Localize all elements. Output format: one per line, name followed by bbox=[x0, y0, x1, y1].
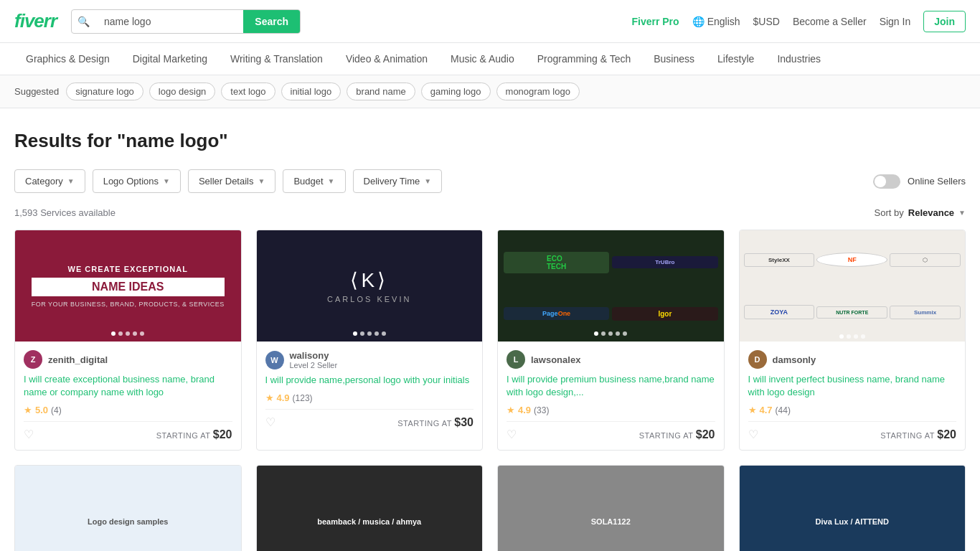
online-sellers-switch[interactable] bbox=[873, 174, 900, 189]
seller-info: walisony Level 2 Seller bbox=[290, 350, 338, 369]
sort-chevron-icon: ▼ bbox=[958, 209, 966, 217]
dot bbox=[140, 331, 144, 336]
nav-item-lifestyle[interactable]: Lifestyle bbox=[706, 43, 765, 75]
cards-grid: WE CREATE EXCEPTIONAL NAME IDEAS FOR YOU… bbox=[14, 230, 966, 451]
price-info: STARTING AT $20 bbox=[639, 428, 715, 441]
price-info: STARTING AT $20 bbox=[880, 428, 956, 441]
gig-title: I will provide premium business name,bra… bbox=[507, 373, 715, 399]
card-rating: ★ 4.9 (123) bbox=[265, 392, 474, 403]
gig-card[interactable]: ECOTECH TrUBro PageOne Igor L bbox=[497, 230, 725, 451]
seller-name: zenith_digital bbox=[48, 354, 108, 365]
price-value: $20 bbox=[696, 428, 715, 441]
suggested-label: Suggested bbox=[14, 86, 59, 97]
card-image: ⟨K⟩ CARLOS KEVIN bbox=[257, 230, 483, 342]
currency-selector[interactable]: $USD bbox=[753, 16, 780, 27]
suggested-tag-monogram-logo[interactable]: monogram logo bbox=[496, 83, 580, 100]
dot bbox=[353, 331, 357, 336]
rating-value: 5.0 bbox=[35, 405, 48, 415]
filters-bar: Category▼Logo Options▼Seller Details▼Bud… bbox=[14, 169, 966, 193]
join-button[interactable]: Join bbox=[923, 11, 966, 32]
gig-card-row2[interactable]: beamback / musica / ahmya bbox=[256, 465, 484, 551]
online-sellers-toggle: Online Sellers bbox=[873, 174, 966, 189]
dot bbox=[360, 331, 364, 336]
seller-level: Level 2 Seller bbox=[290, 361, 338, 369]
filter-chevron-icon: ▼ bbox=[424, 177, 431, 185]
filter-logo-options[interactable]: Logo Options▼ bbox=[93, 169, 181, 193]
sort-by-dropdown[interactable]: Sort by Relevance ▼ bbox=[875, 207, 966, 218]
gig-card[interactable]: StyleXX NF ⬡ ZOYA NUTR FORTE Summix D da… bbox=[739, 230, 966, 451]
become-seller-link[interactable]: Become a Seller bbox=[793, 16, 867, 27]
suggested-tag-initial-logo[interactable]: initial logo bbox=[281, 83, 341, 100]
filter-label: Category bbox=[25, 176, 63, 187]
nav-item-video---animation[interactable]: Video & Animation bbox=[334, 43, 439, 75]
favorite-icon[interactable]: ♡ bbox=[265, 415, 275, 429]
nav-item-industries[interactable]: Industries bbox=[765, 43, 832, 75]
globe-icon: 🌐 bbox=[692, 16, 705, 27]
starting-at-label: STARTING AT bbox=[880, 431, 937, 440]
nav-item-business[interactable]: Business bbox=[642, 43, 706, 75]
card-dots bbox=[111, 331, 144, 336]
filter-chevron-icon: ▼ bbox=[163, 177, 170, 185]
filter-seller-details[interactable]: Seller Details▼ bbox=[188, 169, 276, 193]
card-image: SOLA1122 bbox=[498, 466, 724, 551]
dot bbox=[133, 331, 137, 336]
filter-chevron-icon: ▼ bbox=[328, 177, 335, 185]
gig-card-row2[interactable]: Logo design samples bbox=[14, 465, 242, 551]
suggested-tag-brand-name[interactable]: brand name bbox=[347, 83, 415, 100]
gig-card[interactable]: WE CREATE EXCEPTIONAL NAME IDEAS FOR YOU… bbox=[14, 230, 242, 451]
filter-delivery-time[interactable]: Delivery Time▼ bbox=[353, 169, 443, 193]
card-rating: ★ 4.7 (44) bbox=[748, 405, 957, 415]
card-image: beamback / musica / ahmya bbox=[257, 466, 483, 551]
filter-label: Budget bbox=[293, 176, 323, 187]
nav-item-music---audio[interactable]: Music & Audio bbox=[439, 43, 526, 75]
dot bbox=[616, 331, 620, 336]
search-button[interactable]: Search bbox=[243, 10, 300, 33]
filter-label: Logo Options bbox=[103, 176, 159, 187]
sign-in-link[interactable]: Sign In bbox=[880, 16, 911, 27]
gig-card[interactable]: ⟨K⟩ CARLOS KEVIN W walisony Level 2 Sell… bbox=[256, 230, 484, 451]
gig-card-row2[interactable]: Diva Lux / AITTEND bbox=[739, 465, 966, 551]
filter-category[interactable]: Category▼ bbox=[14, 169, 85, 193]
nav-item-writing---translation[interactable]: Writing & Translation bbox=[219, 43, 334, 75]
suggested-tag-signature-logo[interactable]: signature logo bbox=[66, 83, 143, 100]
card-seller: Z zenith_digital bbox=[24, 350, 232, 369]
language-selector[interactable]: 🌐 English bbox=[692, 16, 740, 27]
card-rating: ★ 4.9 (33) bbox=[507, 405, 715, 415]
dot bbox=[854, 334, 858, 339]
dot bbox=[839, 334, 844, 339]
card-footer: ♡ STARTING AT $30 bbox=[265, 409, 474, 429]
fiverr-pro-link[interactable]: Fiverr Pro bbox=[631, 16, 679, 27]
price-value: $30 bbox=[454, 416, 473, 428]
favorite-icon[interactable]: ♡ bbox=[748, 428, 758, 441]
star-icon: ★ bbox=[748, 405, 757, 415]
seller-info: zenith_digital bbox=[48, 354, 108, 365]
dot bbox=[623, 331, 627, 336]
suggested-tag-logo-design[interactable]: logo design bbox=[149, 83, 216, 100]
dot bbox=[374, 331, 379, 336]
nav-item-digital-marketing[interactable]: Digital Marketing bbox=[121, 43, 219, 75]
price-value: $20 bbox=[937, 428, 956, 441]
nav-item-programming---tech[interactable]: Programming & Tech bbox=[526, 43, 642, 75]
seller-info: damsonly bbox=[773, 354, 816, 365]
logo[interactable]: fiverr bbox=[14, 10, 57, 32]
nav-item-graphics---design[interactable]: Graphics & Design bbox=[14, 43, 121, 75]
seller-name: walisony bbox=[290, 350, 338, 361]
gig-card-row2[interactable]: SOLA1122 bbox=[497, 465, 725, 551]
avatar: L bbox=[507, 350, 525, 369]
results-count: 1,593 Services available bbox=[14, 207, 116, 218]
card-footer: ♡ STARTING AT $20 bbox=[24, 421, 232, 441]
search-input[interactable] bbox=[95, 10, 243, 33]
favorite-icon[interactable]: ♡ bbox=[507, 428, 517, 441]
seller-name: damsonly bbox=[773, 354, 816, 365]
suggested-bar: Suggested signature logologo designtext … bbox=[0, 75, 980, 108]
suggested-tag-text-logo[interactable]: text logo bbox=[221, 83, 275, 100]
filter-chevron-icon: ▼ bbox=[258, 177, 265, 185]
card-image: WE CREATE EXCEPTIONAL NAME IDEAS FOR YOU… bbox=[15, 230, 241, 342]
price-value: $20 bbox=[213, 428, 232, 441]
filter-budget[interactable]: Budget▼ bbox=[283, 169, 345, 193]
header-right: Fiverr Pro 🌐 English $USD Become a Selle… bbox=[631, 11, 966, 32]
gig-title: I will create exceptional business name,… bbox=[24, 373, 232, 399]
cards-grid-row2: Logo design samples beamback / musica / … bbox=[14, 465, 966, 551]
favorite-icon[interactable]: ♡ bbox=[24, 428, 34, 441]
suggested-tag-gaming-logo[interactable]: gaming logo bbox=[421, 83, 491, 100]
